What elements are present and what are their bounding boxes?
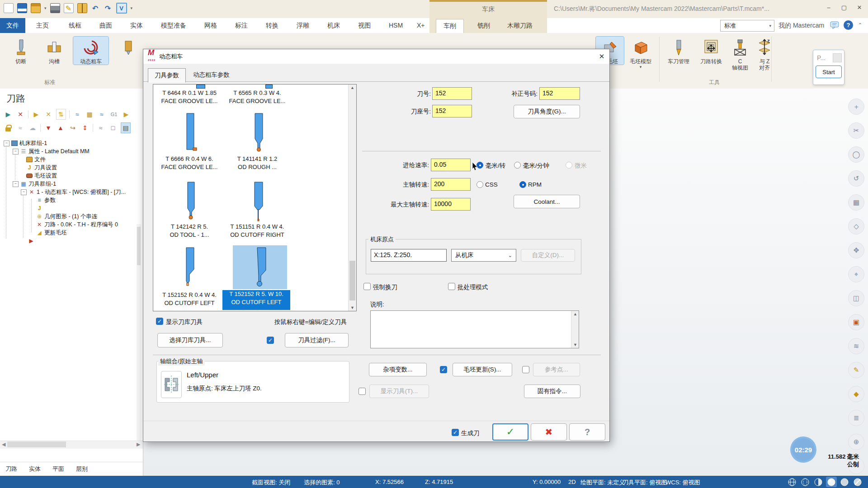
select-library-tool-button[interactable]: 选择刀库刀具... <box>157 333 223 347</box>
scroll-up-icon[interactable]: ▲ <box>571 312 579 316</box>
single-display-icon[interactable]: ≈ <box>96 123 105 133</box>
ribbon-item-c-axis-view[interactable]: C 轴视图 <box>727 37 753 71</box>
collapse-icon[interactable]: − <box>13 149 19 155</box>
tab-dynamic-rough-parameters[interactable]: 动态粗车参数 <box>187 68 236 82</box>
translucent-icon[interactable] <box>852 477 863 487</box>
comment-textarea[interactable]: ▲ ▼ <box>370 310 579 348</box>
ref-point-checkbox[interactable] <box>522 366 529 373</box>
workspace-preset-combo[interactable]: 标准 ▾ <box>720 20 774 32</box>
move-down-icon[interactable]: ▼ <box>44 123 53 133</box>
force-toolchange-checkbox[interactable] <box>363 283 371 290</box>
help-icon[interactable]: ? <box>844 20 853 30</box>
cancel-button[interactable]: ✖ <box>531 423 567 441</box>
tool-swap-icon[interactable]: ⇅ <box>56 109 66 120</box>
dialog-close-icon[interactable]: ✕ <box>594 50 609 63</box>
tree-tool-settings[interactable]: J 刀具设置 <box>26 164 57 172</box>
max-spindle-field[interactable]: 10000 <box>431 198 471 211</box>
tree-machine-group[interactable]: − 机床群组-1 <box>4 139 47 147</box>
macro-close-button[interactable] <box>833 53 842 62</box>
help-button[interactable]: ? <box>569 423 605 441</box>
tool-cell-label[interactable]: T 6666 R 0.4 W 6.FACE GROOVE LE... <box>156 155 223 171</box>
simulate-icon[interactable]: ≈ <box>97 109 106 119</box>
close-button[interactable]: ✕ <box>853 2 866 13</box>
rtb-spiral-icon[interactable]: ↺ <box>848 170 864 187</box>
tab-solids-panel[interactable]: 实体 <box>29 465 41 473</box>
rtb-waves-icon[interactable]: ≋ <box>848 338 864 354</box>
tab-model-prep[interactable]: 模型准备 <box>155 18 193 33</box>
half-shaded-icon[interactable] <box>813 477 824 487</box>
tree-insert-arrow[interactable]: ▶ <box>28 237 34 245</box>
tool-image-152152a[interactable] <box>162 245 217 289</box>
scroll-insert-icon[interactable]: ⇕ <box>80 123 90 133</box>
show-tool-checkbox[interactable] <box>359 388 366 395</box>
my-mastercam-link[interactable]: 我的 Mastercam <box>778 22 824 30</box>
save-icon[interactable] <box>17 3 27 13</box>
select-all-icon[interactable]: ▶ <box>4 109 13 119</box>
ribbon-item-groove[interactable]: 沟槽 <box>41 37 68 65</box>
shaded-icon[interactable] <box>826 477 837 487</box>
tab-home[interactable]: 主页 <box>30 18 55 33</box>
geometry-box-icon[interactable]: □ <box>108 123 118 133</box>
feed-rate-field[interactable]: 0.05 <box>431 159 471 171</box>
tool-cell-label[interactable]: T 142142 R 5.OD TOOL - 1... <box>156 223 223 239</box>
radio-rpm[interactable] <box>519 181 526 188</box>
offset-field[interactable]: 152 <box>539 87 580 100</box>
tool-cell-label[interactable]: T 141141 R 1.2OD ROUGH ... <box>223 155 291 171</box>
generate-checkbox[interactable]: ✓ <box>452 429 459 436</box>
collapse-icon[interactable]: − <box>21 189 27 195</box>
tab-art[interactable]: 浮雕 <box>290 18 316 33</box>
hscroll-thumb[interactable] <box>7 441 66 447</box>
redo-icon[interactable]: ↷ <box>104 4 113 13</box>
coolant-button[interactable]: Coolant... <box>514 195 580 208</box>
tree-operation[interactable]: − ✕ 1 - 动态粗车 - [WCS: 俯视图] - [刀... <box>21 188 126 196</box>
rtb-move-icon[interactable]: ✥ <box>848 242 864 258</box>
tool-cell-label-selected[interactable]: T 152152 R 5. W 10.OD CUTOFF LEFT <box>222 290 290 310</box>
misc-values-button[interactable]: 杂项变数... <box>369 363 427 376</box>
panel-vscroll-thumb[interactable] <box>137 227 141 265</box>
tab-transform[interactable]: 转换 <box>259 18 285 33</box>
rtb-circle-icon[interactable]: ◯ <box>848 146 864 163</box>
tab-turning[interactable]: 车削 <box>436 19 464 33</box>
radio-mm-rev-label[interactable]: 毫米/转 <box>486 162 505 170</box>
ribbon-item-partial[interactable] <box>114 37 146 57</box>
tab-view[interactable]: 视图 <box>352 18 377 33</box>
tree-stock-setup[interactable]: 毛坯设置 <box>26 172 57 180</box>
force-toolchange-label[interactable]: 强制换刀 <box>373 283 397 291</box>
tool-angle-button[interactable]: 刀具角度(G)... <box>514 105 580 118</box>
tool-list-scrollbar[interactable]: ▲ ▼ <box>348 84 356 311</box>
dialog-title-bar[interactable]: M2022 动态粗车 ✕ <box>143 49 609 64</box>
new-file-icon[interactable] <box>4 3 14 13</box>
tool-image-142142[interactable] <box>162 179 217 222</box>
radio-rpm-label[interactable]: RPM <box>528 181 542 188</box>
rtb-diamond-icon[interactable]: ◆ <box>848 386 864 402</box>
stock-update-checkbox[interactable]: ✓ <box>440 366 447 373</box>
regen-selected-icon[interactable]: ▶ <box>32 109 41 119</box>
tab-solids[interactable]: 实体 <box>124 18 149 33</box>
axis-combo-icon[interactable] <box>161 371 182 398</box>
tab-file[interactable]: 文件 <box>0 18 25 33</box>
rtb-polygon-icon[interactable]: ◇ <box>848 218 864 235</box>
print-icon[interactable] <box>50 3 60 13</box>
ghost-icon[interactable]: ☁ <box>28 123 37 133</box>
scroll-down-icon[interactable]: ▼ <box>571 343 579 347</box>
rtb-target-icon[interactable]: ⌖ <box>848 266 864 282</box>
post-g1-icon[interactable]: G1 <box>109 109 118 119</box>
tool-filter-button[interactable]: 刀具过滤(F)... <box>285 333 349 347</box>
ribbon-item-cutoff[interactable]: 切断 <box>7 37 34 65</box>
tab-surfaces[interactable]: 曲面 <box>93 18 118 33</box>
tab-planes[interactable]: 平面 <box>52 465 64 473</box>
tab-wireframe[interactable]: 线框 <box>62 18 88 33</box>
tool-image-6666[interactable] <box>162 111 217 153</box>
collapse-icon[interactable]: − <box>4 141 9 146</box>
tool-image-151151[interactable] <box>230 179 284 222</box>
tool-image-152152b-selected[interactable] <box>233 245 287 289</box>
ribbon-item-tool-manager[interactable]: 车刀管理 <box>663 37 694 65</box>
hscroll-left-icon[interactable]: ◀ <box>2 441 5 447</box>
origin-value-field[interactable]: X:125. Z:250. <box>371 249 447 262</box>
toolpath-display-icon[interactable]: ≈ <box>16 123 25 133</box>
tab-xplus[interactable]: X+ <box>410 18 431 33</box>
ok-button[interactable]: ✓ <box>492 423 528 441</box>
scroll-thumb[interactable] <box>349 261 355 300</box>
tool-number-field[interactable]: 152 <box>432 87 472 100</box>
lock-icon[interactable] <box>4 123 13 133</box>
